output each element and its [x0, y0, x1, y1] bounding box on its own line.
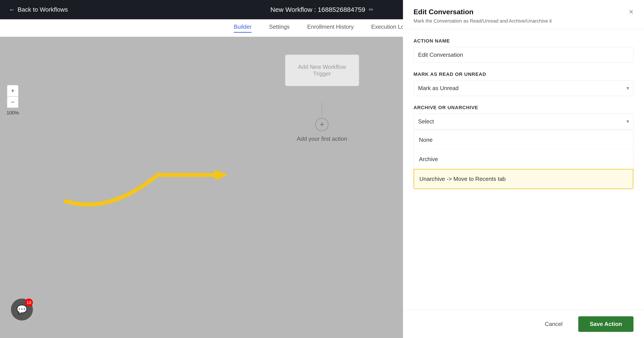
archive-dropdown-list: None Archive Unarchive -> Move to Recent… — [414, 130, 634, 189]
connector-line — [322, 102, 322, 116]
chat-widget[interactable]: 💬 18 — [11, 298, 33, 320]
action-name-input[interactable] — [414, 47, 634, 63]
zoom-out-button[interactable]: − — [7, 96, 18, 108]
archive-unarchive-label: ARCHIVE OR UNARCHIVE — [414, 105, 634, 110]
archive-unarchive-select[interactable]: Select None Archive Unarchive -> Move to… — [414, 114, 634, 129]
close-panel-button[interactable]: × — [629, 8, 634, 16]
panel-title: Edit Conversation — [414, 8, 552, 16]
action-name-label: ACTION NAME — [414, 38, 634, 44]
trigger-node-label: Add New Workflow Trigger — [298, 64, 346, 77]
panel-footer: Cancel Save Action — [403, 310, 644, 338]
dropdown-option-none[interactable]: None — [414, 130, 633, 150]
archive-unarchive-select-wrapper: Select None Archive Unarchive -> Move to… — [414, 114, 634, 129]
back-arrow-icon: ← — [9, 6, 15, 13]
workflow-title-area: New Workflow : 1688526884759 ✏ — [270, 6, 374, 13]
mark-read-unread-select-wrapper: Mark as Unread Mark as Read — [414, 80, 634, 96]
mark-read-unread-label: MARK AS READ OR UNREAD — [414, 72, 634, 77]
side-panel: Edit Conversation Mark the Conversation … — [403, 0, 644, 338]
zoom-controls: + − 100% — [6, 85, 19, 116]
arrow-annotation — [44, 131, 232, 214]
back-button[interactable]: ← Back to Workflows — [9, 6, 68, 13]
add-circle-icon: + — [320, 120, 324, 129]
back-label: Back to Workflows — [18, 6, 68, 13]
dropdown-option-unarchive[interactable]: Unarchive -> Move to Recents tab — [414, 169, 633, 189]
action-name-field-group: ACTION NAME — [414, 38, 634, 63]
add-action-label: Add your first action — [297, 136, 347, 142]
trigger-node[interactable]: Add New Workflow Trigger — [285, 54, 359, 86]
panel-body: ACTION NAME MARK AS READ OR UNREAD Mark … — [403, 29, 644, 310]
edit-pencil-icon[interactable]: ✏ — [369, 6, 374, 13]
save-action-button[interactable]: Save Action — [578, 316, 634, 332]
add-action-button[interactable]: + — [316, 118, 329, 131]
mark-read-unread-select[interactable]: Mark as Unread Mark as Read — [414, 80, 634, 96]
chat-icon: 💬 — [16, 304, 28, 315]
mark-read-unread-field-group: MARK AS READ OR UNREAD Mark as Unread Ma… — [414, 72, 634, 96]
tab-settings[interactable]: Settings — [269, 24, 290, 33]
dropdown-option-archive[interactable]: Archive — [414, 150, 633, 169]
panel-subtitle: Mark the Conversation as Read/Unread and… — [414, 18, 552, 24]
chat-badge-count: 18 — [25, 298, 33, 306]
svg-marker-0 — [215, 170, 228, 180]
cancel-button[interactable]: Cancel — [534, 316, 573, 332]
add-action-area: + Add your first action — [297, 102, 347, 142]
zoom-in-button[interactable]: + — [7, 85, 18, 96]
archive-unarchive-field-group: ARCHIVE OR UNARCHIVE Select None Archive… — [414, 105, 634, 189]
workflow-title-text: New Workflow : 1688526884759 — [270, 6, 365, 13]
tab-enrollment-history[interactable]: Enrollment History — [307, 24, 354, 33]
panel-title-area: Edit Conversation Mark the Conversation … — [414, 8, 552, 24]
zoom-level: 100% — [6, 110, 19, 116]
tab-builder[interactable]: Builder — [234, 24, 252, 33]
panel-header: Edit Conversation Mark the Conversation … — [403, 0, 644, 29]
